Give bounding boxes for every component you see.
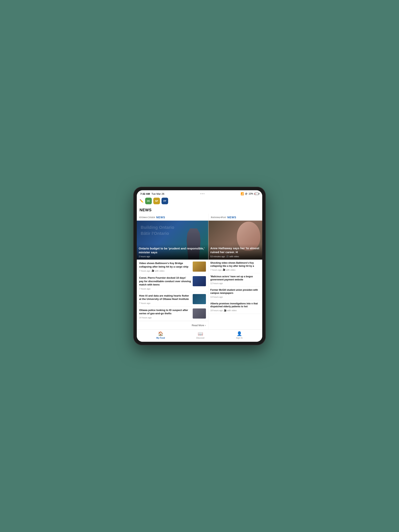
- oc-article-4-time: 14 hours ago: [139, 317, 152, 319]
- np-hero-time: 53 minutes ago: [210, 255, 225, 258]
- oc-feed-header: OTTAWA CITIZEN NEWS: [137, 214, 208, 221]
- oc-article-4-meta: 14 hours ago: [139, 317, 191, 319]
- np-article-1-time: 7 hours ago: [210, 269, 222, 271]
- section-title: NEWS: [140, 208, 152, 212]
- oc-article-1[interactable]: Video shows Baltimore's Key Bridge colla…: [137, 260, 208, 274]
- video-icon-np1: 🎥: [223, 269, 225, 271]
- discover-label: Discover: [196, 337, 205, 339]
- np-article-4-time: 18 hours ago: [210, 309, 223, 311]
- oc-article-3-title: How AI and data are making hearts flutte…: [139, 294, 191, 301]
- np-source-name: NATIONAL•POST: [211, 216, 226, 219]
- np-article-3-time: 14 hours ago: [210, 296, 223, 298]
- read-more-label: Read More: [192, 324, 204, 327]
- oc-article-4-text: Ottawa police looking to ID suspect afte…: [139, 309, 191, 319]
- oc-article-3-time: 7 hours ago: [139, 302, 150, 304]
- np-news-label: NEWS: [227, 216, 236, 219]
- oc-source-name: OTTAWA CITIZEN: [139, 216, 155, 219]
- oc-article-2-text: Const. Pierre Fournier docked 10 days' p…: [139, 276, 191, 290]
- oc-hero-title: Ontario budget to be 'prudent and respon…: [139, 247, 206, 254]
- video-icon-np4: 🎥: [224, 309, 227, 312]
- oc-hero-overlay: Ontario budget to be 'prudent and respon…: [137, 244, 208, 260]
- my-feed-label: My Feed: [156, 337, 165, 339]
- sign-in-label: Sign In: [236, 337, 243, 339]
- oc-article-1-meta: 7 hours ago 🎥 with video: [139, 270, 191, 272]
- np-article-4[interactable]: Alberta promises investigations into n t…: [208, 300, 262, 314]
- np-feed-column: NATIONAL•POST NEWS Anne Hathaway says he…: [208, 214, 262, 329]
- oc-article-4-title: Ottawa police looking to ID suspect afte…: [139, 309, 191, 315]
- status-dots: [200, 193, 204, 194]
- status-right: 📶 @ 10%: [241, 192, 259, 195]
- read-more-row: Read More ›: [137, 321, 208, 329]
- discover-icon: 📖: [198, 331, 203, 336]
- np-article-1-title: Shocking video shows Baltimore's Key col…: [210, 261, 260, 267]
- status-bar: 7:32 AM Tue Mar 26 📶 @ 10%: [137, 190, 262, 196]
- np-article-1-meta: 7 hours ago 🎥 with video: [210, 269, 260, 271]
- np-feed-header: NATIONAL•POST NEWS: [208, 214, 262, 221]
- np-article-4-video: 🎥 with video: [224, 309, 237, 312]
- np-article-3-title: Former McGill student union presiden wit…: [210, 289, 260, 295]
- oc-article-3-meta: 7 hours ago: [139, 302, 191, 304]
- chevron-right-icon: ›: [205, 324, 206, 327]
- source-badge-np[interactable]: NP: [153, 198, 160, 204]
- feeds-row: OTTAWA CITIZEN NEWS Building OntarioBâti…: [137, 214, 262, 329]
- wifi-icon: 📶: [241, 192, 244, 195]
- battery-percent: 10%: [249, 192, 253, 195]
- content-area: OTTAWA CITIZEN NEWS Building OntarioBâti…: [137, 214, 262, 329]
- np-article-2-time: 12 hours ago: [210, 282, 223, 285]
- at-symbol: @: [245, 192, 247, 195]
- oc-article-3-text: How AI and data are making hearts flutte…: [139, 294, 191, 304]
- np-article-2-title: 'Malicious actors' have set up a bogus g…: [210, 275, 260, 281]
- video-camera-icon: 🎥: [152, 270, 154, 272]
- bottom-nav: 🏠 My Feed 📖 Discover 👤 Sign In: [137, 329, 262, 342]
- oc-hero-bg-text: Building OntarioBâtir l'Ontario: [141, 225, 174, 237]
- nav-discover[interactable]: 📖 Discover: [196, 331, 205, 339]
- source-tabs: ✏️ OC NP FP: [137, 196, 262, 206]
- person-icon: 👤: [237, 331, 242, 336]
- oc-news-label: NEWS: [156, 216, 165, 219]
- oc-hero-time: 2 hours ago: [139, 255, 206, 258]
- np-hero-overlay: Anne Hathaway says her 'to almost ruined…: [208, 244, 262, 260]
- edit-icon[interactable]: ✏️: [140, 199, 144, 203]
- device-frame: 7:32 AM Tue Mar 26 📶 @ 10% ✏️ OC NP: [133, 187, 266, 345]
- section-header: NEWS: [137, 206, 262, 214]
- np-hero-video: 🎥 with video: [226, 255, 239, 258]
- np-article-2[interactable]: 'Malicious actors' have set up a bogus g…: [208, 273, 262, 287]
- source-badge-oc[interactable]: OC: [145, 198, 152, 204]
- oc-article-2-title: Const. Pierre Fournier docked 10 days' p…: [139, 276, 191, 286]
- oc-article-2-time: 7 hours ago: [139, 288, 150, 290]
- oc-article-2-thumb: [193, 276, 206, 286]
- np-article-4-title: Alberta promises investigations into n t…: [210, 302, 260, 308]
- oc-hero-image[interactable]: Building OntarioBâtir l'Ontario Ontario …: [137, 221, 208, 260]
- np-article-4-meta: 18 hours ago 🎥 with video: [210, 309, 260, 312]
- oc-article-1-time: 7 hours ago: [139, 270, 150, 272]
- status-time: 7:32 AM: [140, 192, 150, 195]
- battery-indicator: [254, 193, 259, 195]
- device-screen: 7:32 AM Tue Mar 26 📶 @ 10% ✏️ OC NP: [137, 190, 262, 342]
- oc-article-1-thumb: [193, 261, 206, 272]
- status-date: Tue Mar 26: [151, 192, 164, 195]
- oc-article-2[interactable]: Const. Pierre Fournier docked 10 days' p…: [137, 274, 208, 292]
- read-more-button[interactable]: Read More ›: [192, 324, 206, 327]
- nav-my-feed[interactable]: 🏠 My Feed: [156, 331, 165, 339]
- np-hero-title: Anne Hathaway says her 'to almost ruined…: [210, 246, 260, 254]
- oc-article-4-thumb: [193, 309, 206, 319]
- np-article-1-video: 🎥 with video: [223, 269, 236, 271]
- np-article-3-meta: 14 hours ago: [210, 296, 260, 298]
- nav-sign-in[interactable]: 👤 Sign In: [236, 331, 243, 339]
- home-icon: 🏠: [158, 331, 163, 336]
- oc-article-4[interactable]: Ottawa police looking to ID suspect afte…: [137, 306, 208, 321]
- oc-article-3-thumb: [193, 294, 206, 304]
- oc-article-1-text: Video shows Baltimore's Key Bridge colla…: [139, 261, 191, 272]
- oc-article-1-video: 🎥 with video: [152, 270, 164, 272]
- oc-article-3[interactable]: How AI and data are making hearts flutte…: [137, 292, 208, 306]
- oc-article-1-title: Video shows Baltimore's Key Bridge colla…: [139, 261, 191, 268]
- oc-feed-column: OTTAWA CITIZEN NEWS Building OntarioBâti…: [137, 214, 208, 329]
- oc-article-2-meta: 7 hours ago: [139, 288, 191, 290]
- np-hero-meta: 53 minutes ago 🎥 with video: [210, 255, 260, 258]
- np-article-2-meta: 12 hours ago: [210, 282, 260, 285]
- source-badge-fp[interactable]: FP: [161, 198, 168, 204]
- np-article-1[interactable]: Shocking video shows Baltimore's Key col…: [208, 260, 262, 273]
- video-icon-np-hero: 🎥: [226, 255, 229, 258]
- np-hero-image[interactable]: Anne Hathaway says her 'to almost ruined…: [208, 221, 262, 260]
- np-article-3[interactable]: Former McGill student union presiden wit…: [208, 287, 262, 300]
